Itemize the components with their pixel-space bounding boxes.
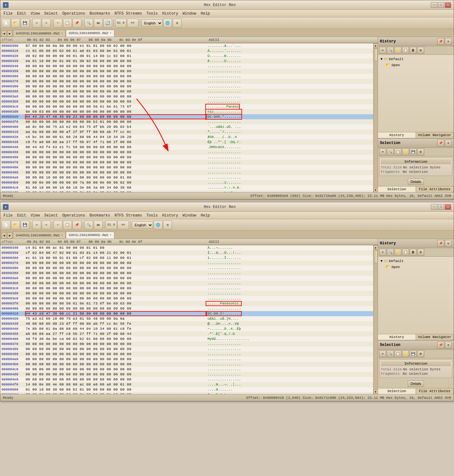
sel2-btn6[interactable]: ⚙ — [417, 350, 424, 357]
hex-row-1-14[interactable]: 000003e0 44 43 2d 47 48 35 00 22 00 00 0… — [0, 114, 373, 119]
sel-tab-fileattr-1[interactable]: File Attributes — [416, 186, 454, 192]
toolbar-copy-2[interactable]: 📋 — [63, 221, 72, 229]
tab-file1-1[interactable]: G4h5hSLI00100NR6D.RW2 × — [13, 30, 66, 37]
hex-row-2-3[interactable]: 00000370 00 00 00 00 00 00 00 00 00 00 0… — [0, 260, 373, 266]
menu-history-1[interactable]: History — [160, 11, 180, 16]
hist-btn1[interactable]: ⬅ — [379, 47, 386, 54]
hist2-btn1[interactable]: ⬅ — [379, 249, 386, 256]
hex-row-2-5[interactable]: 00000390 00 00 00 00 00 00 00 00 00 00 0… — [0, 271, 373, 276]
hex-row-1-17[interactable]: 00000410 aa 0a 00 00 00 00 af 2f 8f ff 8… — [0, 129, 373, 135]
hex-row-2-9[interactable]: 000003d0 00 00 00 00 00 00 00 00 00 00 0… — [0, 291, 373, 296]
hex-row-2-29[interactable]: 00000510 30 00 0a 00 30 00 34 00 3e 00 0… — [0, 392, 373, 394]
details-btn-1[interactable]: Details — [408, 178, 424, 185]
selection-close-2[interactable]: ✕ — [445, 341, 452, 348]
close-btn-2[interactable]: ✕ — [445, 204, 451, 210]
hex-row-1-13[interactable]: 000003d0 6e 69 63 00 00 00 00 00 00 00 0… — [0, 109, 373, 114]
sel2-btn5[interactable]: 💾 — [410, 350, 417, 357]
hex-row-1-15[interactable]: 000003f0 00 00 00 00 00 00 00 00 00 00 b… — [0, 119, 373, 124]
scroll-up-1[interactable]: ▲ — [374, 43, 378, 48]
history-open-1[interactable]: 📂 Open — [379, 62, 452, 68]
hist-btn2[interactable]: 🔍 — [387, 47, 394, 54]
hex-row-2-26[interactable]: 000004e0 00 00 00 00 00 00 00 00 00 00 0… — [0, 377, 373, 382]
hist-btn4[interactable]: 📋 — [402, 47, 409, 54]
hex-row-2-2[interactable]: 00000360 ec 01 18 00 99 01 01 00 cf 02 0… — [0, 255, 373, 260]
tab-nav-right-2[interactable]: ▶ — [7, 232, 12, 239]
menu-file-2[interactable]: File — [2, 213, 15, 218]
toolbar-findnext-1[interactable]: ⏭ — [94, 19, 103, 28]
hex-row-1-27[interactable]: 000004b0 00 00 0e 00 00 00 00 00 7a 00 0… — [0, 180, 373, 185]
hex-row-2-22[interactable]: 000004a0 00 00 00 00 00 00 00 00 00 00 0… — [0, 357, 373, 362]
toolbar-undo-1[interactable]: ↩ — [32, 19, 41, 28]
menu-operations-2[interactable]: Operations — [61, 213, 87, 218]
sel-btn1[interactable]: ⬅ — [379, 148, 386, 155]
hex-row-2-17[interactable]: 00000450 a0 00 80 aa 27 ff c8 5b 27 ff 7… — [0, 331, 373, 336]
history-close-1[interactable]: ✕ — [445, 38, 452, 45]
toolbar-undo-2[interactable]: ↩ — [32, 221, 41, 229]
sel-tab-selection-1[interactable]: Selection — [378, 186, 416, 192]
hex-row-2-27[interactable]: 000004f0 14 00 0e 00 4e 00 88 00 ac 00 a… — [0, 382, 373, 387]
tab-file2-1-close[interactable]: × — [110, 32, 111, 35]
hex-row-1-20[interactable]: 00000440 00 44 4d f4 63 e1 fc 58 00 00 0… — [0, 145, 373, 150]
selection-pin-1[interactable]: 📌 — [437, 140, 444, 147]
hist2-btn6[interactable]: ⚙ — [417, 249, 424, 256]
hex-row-2-13[interactable]: 00000410 44 43 2d 47 39 00 cc 21 00 00 0… — [0, 311, 373, 316]
scroll-down-1[interactable]: ▼ — [374, 188, 378, 192]
hex-row-2-6[interactable]: 000003a0 00 00 00 00 00 00 00 00 00 00 0… — [0, 276, 373, 281]
hist-btn5[interactable]: 🗑 — [410, 47, 417, 54]
sel2-btn2[interactable]: 🔍 — [387, 350, 394, 357]
hex-row-1-28[interactable]: 000004c0 01 00 10 00 00 10 00 10 3e 00 3… — [0, 185, 373, 190]
scroll-thumb-2[interactable] — [374, 250, 378, 263]
history-default-1[interactable]: ▼ 🗁 Default — [379, 56, 452, 62]
hist2-btn5[interactable]: 🗑 — [410, 249, 417, 256]
hex-row-1-9[interactable]: 00000390 00 00 00 00 00 00 00 00 00 00 0… — [0, 89, 373, 94]
hex-row-2-20[interactable]: 00000480 00 00 00 00 00 00 00 00 00 00 0… — [0, 347, 373, 352]
sel-btn6[interactable]: ⚙ — [417, 148, 424, 155]
menu-view-1[interactable]: View — [29, 11, 42, 16]
sel-tab-fileattr-2[interactable]: File Attributes — [416, 388, 454, 394]
menu-history-2[interactable]: History — [160, 213, 180, 218]
tab-file2-2-close[interactable]: × — [110, 234, 111, 237]
hex-row-1-19[interactable]: 00000430 c8 fe a0 00 80 aa 27 ff 5b 07 4… — [0, 140, 373, 145]
toolbar-paste-2[interactable]: 📌 — [73, 221, 81, 229]
history-pin-1[interactable]: 📌 — [437, 38, 444, 45]
hex-row-2-0[interactable]: 00000340 c4 01 04 00 ac 01 00 00 99 01 0… — [0, 245, 373, 250]
hex-row-1-5[interactable]: 00000350 00 00 00 00 00 00 00 00 00 00 0… — [0, 69, 373, 74]
hex-row-1-11[interactable]: 000003b0 00 00 00 00 00 00 00 00 00 00 0… — [0, 99, 373, 104]
hex-row-1-4[interactable]: 00000340 00 00 00 00 00 00 00 00 00 00 0… — [0, 64, 373, 69]
panel-tab-volume-2[interactable]: Volume Navigator — [416, 334, 454, 340]
menu-help-1[interactable]: Help — [199, 11, 212, 16]
toolbar-replace-1[interactable]: 🔄 — [103, 19, 112, 28]
toolbar-gotooffset-1[interactable]: 01 0 — [115, 19, 126, 28]
history-pin-2[interactable]: 📌 — [437, 240, 444, 247]
hex-row-1-12[interactable]: 000003c0 00 00 00 00 00 00 00 00 00 00 5… — [0, 104, 373, 109]
hex-row-2-14[interactable]: 00000420 75 a3 e2 69 10 00 75 a3 01 5b 4… — [0, 316, 373, 321]
menu-file-1[interactable]: File — [2, 11, 15, 16]
hex-row-2-15[interactable]: 00000430 40 00 00 00 d9 23 8f ff 00 08 a… — [0, 321, 373, 326]
hex-row-1-1[interactable]: 00000310 c1 01 0b 00 85 02 00 01 a8 01 0… — [0, 48, 373, 53]
history-close-2[interactable]: ✕ — [445, 240, 452, 247]
menu-ntfs-2[interactable]: NTFS Streams — [112, 213, 144, 218]
toolbar-open-1[interactable]: 📂 — [11, 19, 20, 28]
hex-row-2-19[interactable]: 00000470 00 00 00 00 00 00 00 00 00 00 0… — [0, 341, 373, 347]
hist-btn3[interactable]: ⭐ — [394, 47, 401, 54]
hex-row-1-22[interactable]: 00000460 00 00 00 00 00 00 00 00 00 00 0… — [0, 155, 373, 160]
history-open-2[interactable]: 📂 Open — [379, 264, 452, 270]
menu-view-2[interactable]: View — [29, 213, 42, 218]
menu-bookmarks-1[interactable]: Bookmarks — [88, 11, 112, 16]
toolbar-compare-2[interactable]: ≡≡ — [118, 221, 129, 229]
menu-select-2[interactable]: Select — [42, 213, 60, 218]
hex-row-2-24[interactable]: 000004c0 00 00 00 00 00 00 00 00 00 00 0… — [0, 367, 373, 372]
hex-row-1-23[interactable]: 00000470 00 00 00 00 00 00 00 00 00 00 0… — [0, 160, 373, 165]
hex-row-1-8[interactable]: 00000380 00 00 00 00 00 00 00 00 00 00 0… — [0, 84, 373, 89]
tab-file1-2-close[interactable]: × — [61, 234, 63, 237]
panel-tab-volume-1[interactable]: Volume Navigator — [416, 132, 454, 138]
close-btn-1[interactable]: ✕ — [445, 2, 451, 8]
minimize-btn-2[interactable]: ─ — [431, 204, 437, 210]
menu-select-1[interactable]: Select — [42, 11, 60, 16]
toolbar-paste-1[interactable]: 📌 — [73, 19, 81, 28]
sel-btn5[interactable]: 💾 — [410, 148, 417, 155]
toolbar-cut-1[interactable]: ✂ — [54, 19, 62, 28]
hex-rows-2[interactable]: 00000340 c4 01 04 00 ac 01 00 00 99 01 0… — [0, 245, 373, 394]
hex-row-2-7[interactable]: 000003b0 00 00 00 00 00 00 00 00 00 00 0… — [0, 281, 373, 286]
toolbar-find-1[interactable]: 🔍 — [84, 19, 93, 28]
